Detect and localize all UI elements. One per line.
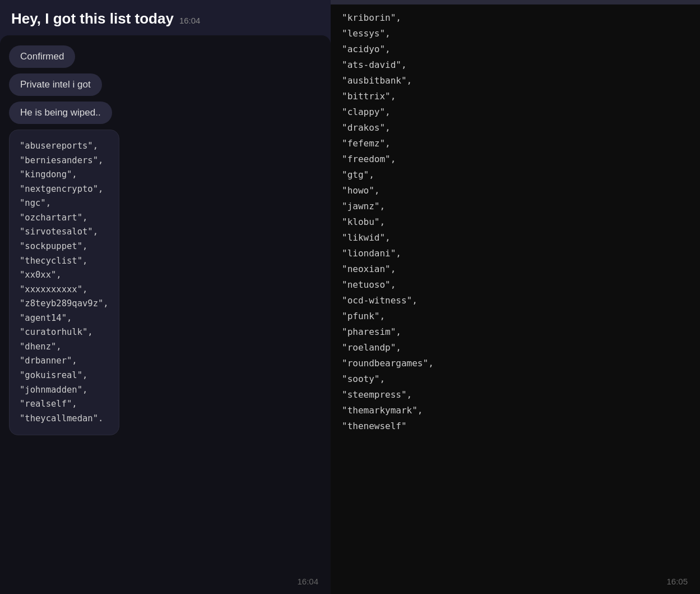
left-code-item: "gokuisreal",: [20, 369, 109, 383]
right-code-item: "thenewself": [342, 418, 684, 434]
left-panel: Hey, I got this list today 16:04 Confirm…: [0, 0, 331, 594]
left-timestamp: 16:04: [297, 577, 318, 586]
left-code-item: "agent14",: [20, 311, 109, 326]
right-code-item: "themarkymark",: [342, 403, 684, 418]
left-code-item: "thecyclist",: [20, 254, 109, 269]
right-code-item: "acidyo",: [342, 42, 684, 57]
confirmed-bubble: Confirmed: [9, 45, 75, 68]
right-code-item: "howo",: [342, 183, 684, 199]
right-code-item: "clappy",: [342, 104, 684, 120]
left-code-item: "realself",: [20, 397, 109, 412]
right-code-item: "ats-david",: [342, 57, 684, 73]
left-code-item: "berniesanders",: [20, 154, 109, 168]
right-code-item: "liondani",: [342, 246, 684, 261]
right-code-item: "drakos",: [342, 120, 684, 136]
header-message-text: Hey, I got this list today: [11, 10, 174, 27]
right-code-item: "ocd-witness",: [342, 293, 684, 308]
right-code-item: "steempress",: [342, 387, 684, 403]
right-code-item: "lessys",: [342, 26, 684, 42]
header-message-bar: Hey, I got this list today 16:04: [0, 0, 331, 35]
right-code-item: "jawnz",: [342, 199, 684, 214]
left-code-item: "xx0xx",: [20, 268, 109, 283]
left-code-item: "xxxxxxxxxx",: [20, 283, 109, 297]
right-code-item: "kriborin",: [342, 10, 684, 26]
right-code-item: "ausbitbank",: [342, 73, 684, 89]
left-code-list: "abusereports", "berniesanders", "kingdo…: [20, 139, 109, 426]
left-code-item: "abusereports",: [20, 139, 109, 154]
header-message-time: 16:04: [179, 16, 201, 25]
being-wiped-bubble: He is being wiped..: [9, 102, 112, 124]
left-code-item: "drbanner",: [20, 354, 109, 369]
right-code-area[interactable]: "kriborin","lessys","acidyo","ats-david"…: [331, 4, 700, 594]
left-code-item: "ozchartart",: [20, 211, 109, 225]
private-intel-bubble: Private intel i got: [9, 73, 102, 96]
right-code-list: "kriborin","lessys","acidyo","ats-david"…: [342, 10, 684, 434]
left-code-item: "dhenz",: [20, 340, 109, 354]
right-code-item: "neoxian",: [342, 261, 684, 277]
left-code-item: "z8teyb289qav9z",: [20, 297, 109, 311]
chat-area[interactable]: Confirmed Private intel i got He is bein…: [0, 35, 331, 594]
right-code-item: "gtg",: [342, 167, 684, 183]
left-code-item: "curatorhulk",: [20, 325, 109, 340]
left-code-item: "sockpuppet",: [20, 240, 109, 254]
right-code-item: "pfunk",: [342, 308, 684, 324]
right-code-item: "roundbeargames",: [342, 356, 684, 371]
right-code-item: "sooty",: [342, 371, 684, 387]
right-top-bar: [331, 0, 700, 4]
left-code-bubble: "abusereports", "berniesanders", "kingdo…: [9, 130, 119, 435]
right-code-item: "klobu",: [342, 214, 684, 230]
right-code-item: "roelandp",: [342, 340, 684, 356]
right-timestamp: 16:05: [666, 577, 688, 586]
right-code-item: "pharesim",: [342, 324, 684, 340]
left-code-item: "nextgencrypto",: [20, 182, 109, 197]
right-code-item: "bittrix",: [342, 89, 684, 104]
left-code-item: "ngc",: [20, 196, 109, 211]
left-code-item: "kingdong",: [20, 168, 109, 182]
left-code-item: "sirvotesalot",: [20, 225, 109, 240]
right-code-item: "freedom",: [342, 151, 684, 167]
right-code-item: "netuoso",: [342, 277, 684, 293]
right-code-item: "likwid",: [342, 230, 684, 246]
left-code-item: "theycallmedan".: [20, 412, 109, 426]
left-code-item: "johnmadden",: [20, 383, 109, 398]
right-panel: "kriborin","lessys","acidyo","ats-david"…: [331, 0, 700, 594]
right-code-item: "fefemz",: [342, 136, 684, 151]
